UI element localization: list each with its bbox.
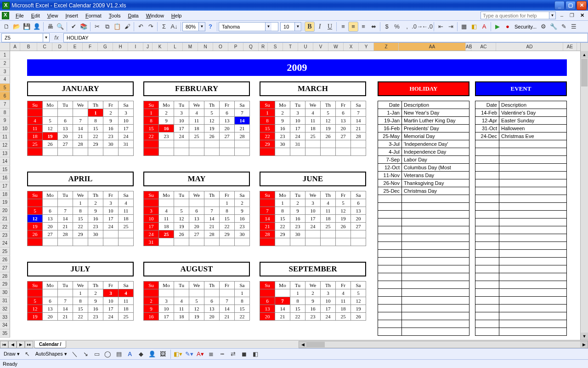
col-header-J[interactable]: J: [143, 43, 153, 51]
spelling-icon[interactable]: ✔: [68, 22, 79, 32]
line-color-icon[interactable]: ✎▾: [184, 349, 194, 359]
row-header-35[interactable]: 35: [0, 329, 10, 338]
col-header-C[interactable]: C: [37, 43, 52, 51]
row-header-34[interactable]: 34: [0, 321, 10, 329]
menu-view[interactable]: View: [44, 12, 62, 19]
open-icon[interactable]: 📂: [11, 22, 22, 32]
menu-tools[interactable]: Tools: [105, 12, 124, 19]
row-header-11[interactable]: 11: [0, 133, 10, 141]
borders-icon[interactable]: ▦: [459, 22, 469, 32]
dash-style-icon[interactable]: ┅: [217, 349, 227, 359]
merge-center-icon[interactable]: ⬌: [368, 22, 379, 32]
mdi-close-button[interactable]: ✕: [578, 12, 586, 20]
fill-color-draw-icon[interactable]: ◧▾: [173, 349, 183, 359]
col-header-L[interactable]: L: [168, 43, 183, 51]
col-header-V[interactable]: V: [313, 43, 328, 51]
vba-icon[interactable]: ⚙: [538, 22, 548, 32]
shadow-icon[interactable]: ◼: [239, 349, 249, 359]
col-header-AE[interactable]: AE: [563, 43, 577, 51]
select-all-corner[interactable]: [0, 43, 10, 51]
maximize-button[interactable]: ▢: [565, 1, 576, 10]
menu-edit[interactable]: Edit: [28, 12, 44, 19]
row-header-4[interactable]: 4: [0, 75, 10, 84]
col-header-O[interactable]: O: [213, 43, 228, 51]
picture-icon[interactable]: 🖼: [158, 349, 168, 359]
italic-button[interactable]: I: [315, 22, 325, 32]
macro-play-icon[interactable]: ▶: [492, 22, 503, 32]
row-header-9[interactable]: 9: [0, 116, 10, 125]
permission-icon[interactable]: 👤: [32, 22, 42, 32]
undo-icon[interactable]: ↶: [136, 22, 146, 32]
research-icon[interactable]: 📚: [79, 22, 89, 32]
last-tab-icon[interactable]: ⏭: [25, 341, 33, 348]
col-header-G[interactable]: G: [98, 43, 113, 51]
align-left-icon[interactable]: ≡: [338, 22, 348, 32]
diagram-icon[interactable]: ◆: [136, 349, 146, 359]
properties-icon[interactable]: ☰: [569, 22, 579, 32]
sheet-tab-calendar[interactable]: Calendar /: [34, 341, 66, 348]
copy-icon[interactable]: ⧉: [102, 22, 112, 32]
row-header-15[interactable]: 15: [0, 166, 10, 174]
col-header-A[interactable]: A: [10, 43, 20, 51]
bold-button[interactable]: B: [305, 22, 315, 32]
mdi-restore-button[interactable]: ❐: [568, 12, 576, 20]
row-header-24[interactable]: 24: [0, 239, 10, 247]
line-icon[interactable]: ＼: [70, 349, 80, 359]
increase-indent-icon[interactable]: ⇥: [446, 22, 456, 32]
zoom-combo[interactable]: 80%▼: [182, 22, 205, 31]
excel-doc-icon[interactable]: [2, 12, 9, 19]
clipart-icon[interactable]: 👤: [147, 349, 157, 359]
help-dropdown-icon[interactable]: ▼: [549, 12, 556, 19]
3d-icon[interactable]: ◧: [250, 349, 260, 359]
fx-icon[interactable]: fx: [51, 34, 62, 41]
row-header-3[interactable]: 3: [0, 68, 10, 76]
line-style-icon[interactable]: ≣: [206, 349, 216, 359]
row-header-16[interactable]: 16: [0, 174, 10, 182]
fill-color-icon[interactable]: ◧: [469, 22, 479, 32]
row-header-27[interactable]: 27: [0, 264, 10, 272]
row-header-29[interactable]: 29: [0, 280, 10, 288]
font-color-icon[interactable]: A: [479, 22, 489, 32]
decrease-decimal-icon[interactable]: ←.0: [422, 22, 432, 32]
col-header-E[interactable]: E: [68, 43, 83, 51]
menu-data[interactable]: Data: [124, 12, 142, 19]
draw-menu[interactable]: Draw ▾: [2, 351, 22, 357]
col-header-W[interactable]: W: [328, 43, 344, 51]
comma-icon[interactable]: ,: [402, 22, 412, 32]
select-objects-icon[interactable]: ↖: [23, 349, 33, 359]
close-button[interactable]: ✕: [577, 1, 587, 10]
row-header-13[interactable]: 13: [0, 150, 10, 158]
col-header-K[interactable]: K: [153, 43, 168, 51]
font-combo[interactable]: Tahoma▼: [219, 22, 278, 31]
arrow-icon[interactable]: ↘: [81, 349, 91, 359]
row-header-22[interactable]: 22: [0, 223, 10, 231]
col-header-AA[interactable]: AA: [399, 43, 466, 51]
col-header-Y[interactable]: Y: [359, 43, 374, 51]
oval-icon[interactable]: ◯: [103, 349, 113, 359]
cut-icon[interactable]: ✂: [92, 22, 102, 32]
font-color-draw-icon[interactable]: A▾: [195, 349, 205, 359]
first-tab-icon[interactable]: ⏮: [0, 341, 8, 348]
row-header-18[interactable]: 18: [0, 190, 10, 199]
col-header-AB[interactable]: AB: [466, 43, 471, 51]
font-size-combo[interactable]: 10▼: [280, 22, 301, 31]
row-header-23[interactable]: 23: [0, 231, 10, 240]
col-header-M[interactable]: M: [183, 43, 198, 51]
row-header-5[interactable]: 5: [0, 84, 10, 92]
col-header-T[interactable]: T: [283, 43, 298, 51]
textbox-icon[interactable]: ▤: [114, 349, 124, 359]
worksheet-grid[interactable]: 2009 JANUARYSuMoTuWeThFrSa12345678910111…: [10, 51, 580, 340]
row-header-2[interactable]: 2: [0, 59, 10, 68]
save-icon[interactable]: 💾: [22, 22, 32, 32]
print-preview-icon[interactable]: 🔍: [55, 22, 65, 32]
wordart-icon[interactable]: A: [125, 349, 135, 359]
mdi-minimize-button[interactable]: –: [558, 12, 566, 20]
row-header-7[interactable]: 7: [0, 100, 10, 109]
col-header-R[interactable]: R: [259, 43, 268, 51]
redo-icon[interactable]: ↷: [146, 22, 156, 32]
macro-record-icon[interactable]: ●: [503, 22, 513, 32]
row-header-28[interactable]: 28: [0, 272, 10, 281]
row-header-25[interactable]: 25: [0, 247, 10, 256]
underline-button[interactable]: U: [325, 22, 335, 32]
col-header-I[interactable]: I: [128, 43, 143, 51]
